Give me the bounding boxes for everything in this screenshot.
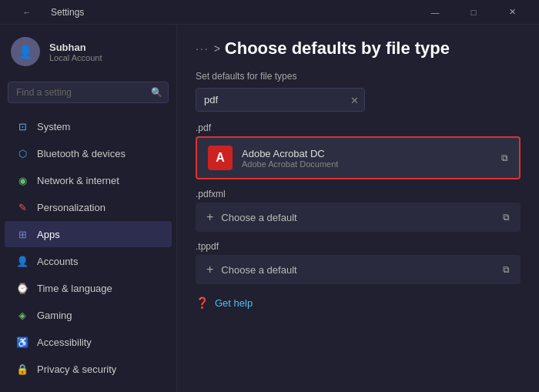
breadcrumb-arrow: > — [214, 42, 220, 55]
pdfxml-plus-icon: + — [206, 210, 213, 224]
tppdf-external-link-icon[interactable]: ⧉ — [503, 264, 510, 275]
sidebar-item-apps-label: Apps — [37, 229, 60, 240]
search-filter-clear-button[interactable]: ✕ — [350, 94, 359, 106]
accessibility-icon: ♿ — [15, 335, 29, 349]
sidebar-item-apps[interactable]: ⊞ Apps — [5, 221, 172, 247]
system-icon: ⊡ — [15, 119, 29, 133]
tppdf-choose-default-left: + Choose a default — [206, 263, 297, 276]
user-account-type: Local Account — [49, 53, 102, 62]
maximize-button[interactable]: □ — [456, 0, 491, 25]
nav-list: ⊡ System ⬡ Bluetooth & devices ◉ Network… — [0, 111, 176, 392]
sidebar-item-personalization-label: Personalization — [37, 202, 105, 213]
pdfxml-external-link-icon[interactable]: ⧉ — [503, 212, 510, 223]
adobe-acrobat-item[interactable]: A Adobe Acrobat DC Adobe Acrobat Documen… — [196, 136, 521, 179]
sidebar-item-network-label: Network & internet — [37, 175, 119, 186]
pdfxml-choose-text: Choose a default — [221, 212, 296, 223]
pdfxml-section: .pdfxml + Choose a default ⧉ — [196, 189, 521, 232]
personalization-icon: ✎ — [15, 200, 29, 214]
sidebar-item-accounts[interactable]: 👤 Accounts — [5, 248, 172, 274]
tppdf-choose-text: Choose a default — [221, 264, 296, 276]
get-help-icon: ❓ — [196, 297, 209, 309]
update-icon: ↻ — [15, 389, 29, 392]
app-sub: Adobe Acrobat Document — [242, 159, 338, 169]
privacy-icon: 🔒 — [15, 362, 29, 376]
minimize-button[interactable]: — — [417, 0, 453, 25]
sidebar-item-time-label: Time & language — [37, 283, 112, 294]
back-button[interactable]: ← — [9, 0, 45, 25]
content-area: ··· > Choose defaults by file type Set d… — [177, 25, 539, 392]
sidebar-item-gaming[interactable]: ◈ Gaming — [5, 302, 172, 328]
sidebar-item-update[interactable]: ↻ Windows Update — [5, 383, 172, 392]
user-name: Subhan — [49, 42, 102, 53]
avatar: 👤 — [11, 37, 40, 66]
breadcrumb: ··· > Choose defaults by file type — [196, 39, 521, 59]
sidebar: 👤 Subhan Local Account 🔍 ⊡ System ⬡ Blue… — [0, 25, 177, 392]
breadcrumb-dots: ··· — [196, 42, 209, 55]
titlebar: ← Settings — □ ✕ — [0, 0, 539, 25]
close-button[interactable]: ✕ — [494, 0, 530, 25]
gaming-icon: ◈ — [15, 308, 29, 322]
sidebar-item-accessibility-label: Accessibility — [37, 337, 92, 348]
sidebar-item-time[interactable]: ⌚ Time & language — [5, 275, 172, 301]
sidebar-item-privacy-label: Privacy & security — [37, 364, 116, 375]
choose-default-left: + Choose a default — [206, 210, 297, 224]
pdfxml-choose-item[interactable]: + Choose a default ⧉ — [196, 203, 521, 232]
app-container: 👤 Subhan Local Account 🔍 ⊡ System ⬡ Blue… — [0, 25, 539, 392]
sidebar-item-privacy[interactable]: 🔒 Privacy & security — [5, 356, 172, 382]
get-help-text: Get help — [215, 297, 253, 309]
apps-icon: ⊞ — [15, 227, 29, 241]
tppdf-section: .tppdf + Choose a default ⧉ — [196, 241, 521, 284]
sidebar-item-system[interactable]: ⊡ System — [5, 113, 172, 139]
time-icon: ⌚ — [15, 281, 29, 295]
pdf-external-link-icon[interactable]: ⧉ — [501, 152, 508, 163]
tppdf-choose-item[interactable]: + Choose a default ⧉ — [196, 255, 521, 284]
page-title: Choose defaults by file type — [225, 39, 450, 59]
search-filter: ✕ — [196, 88, 365, 112]
file-item-info: Adobe Acrobat DC Adobe Acrobat Document — [242, 148, 338, 169]
titlebar-controls: — □ ✕ — [417, 0, 530, 25]
sidebar-search-icon: 🔍 — [151, 87, 162, 98]
pdf-label: .pdf — [196, 122, 521, 133]
sidebar-item-network[interactable]: ◉ Network & internet — [5, 167, 172, 193]
section-label: Set defaults for file types — [196, 71, 521, 82]
sidebar-item-accounts-label: Accounts — [37, 256, 78, 267]
sidebar-item-personalization[interactable]: ✎ Personalization — [5, 194, 172, 220]
sidebar-search-bar: 🔍 — [8, 82, 169, 103]
app-name: Adobe Acrobat DC — [242, 148, 338, 159]
titlebar-title: Settings — [51, 7, 84, 18]
titlebar-left: ← Settings — [9, 0, 84, 25]
acrobat-icon: A — [208, 146, 233, 170]
tppdf-plus-icon: + — [206, 263, 213, 276]
sidebar-search-input[interactable] — [8, 82, 169, 103]
get-help[interactable]: ❓ Get help — [196, 297, 521, 309]
user-info: Subhan Local Account — [49, 42, 102, 62]
bluetooth-icon: ⬡ — [15, 146, 29, 160]
file-type-search-input[interactable] — [196, 88, 365, 112]
pdf-section: .pdf A Adobe Acrobat DC Adobe Acrobat Do… — [196, 122, 521, 179]
network-icon: ◉ — [15, 173, 29, 187]
sidebar-item-system-label: System — [37, 121, 70, 132]
user-profile[interactable]: 👤 Subhan Local Account — [0, 25, 176, 79]
sidebar-item-bluetooth[interactable]: ⬡ Bluetooth & devices — [5, 140, 172, 166]
accounts-icon: 👤 — [15, 254, 29, 268]
sidebar-item-accessibility[interactable]: ♿ Accessibility — [5, 329, 172, 355]
sidebar-item-gaming-label: Gaming — [37, 310, 72, 321]
sidebar-item-bluetooth-label: Bluetooth & devices — [37, 148, 126, 159]
pdfxml-label: .pdfxml — [196, 189, 521, 199]
file-item-left: A Adobe Acrobat DC Adobe Acrobat Documen… — [208, 146, 338, 170]
tppdf-label: .tppdf — [196, 241, 521, 252]
